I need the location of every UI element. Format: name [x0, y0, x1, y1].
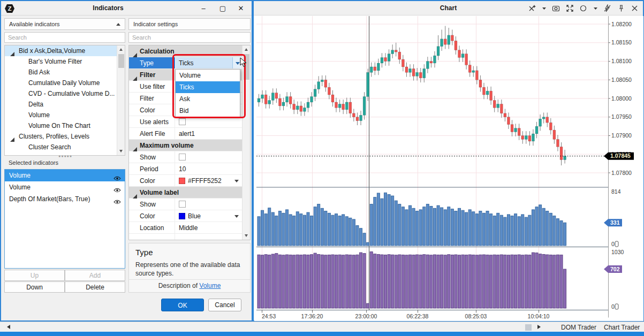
tree-item-3[interactable]: Cumulative Daily Volume [5, 78, 125, 88]
settings-row-empty[interactable] [129, 234, 242, 240]
tree-item-0[interactable]: Bid x Ask,Delta,Volume [5, 45, 125, 56]
setting-value[interactable] [176, 151, 242, 163]
chart-plot-area[interactable]: 1.082001.081501.081001.080501.080001.079… [254, 16, 643, 321]
tree-item-7[interactable]: Volume On The Chart [5, 120, 125, 131]
dom-volume-bar [412, 255, 415, 308]
tree-item-1[interactable]: Bar's Volume Filter [5, 56, 125, 67]
candle-body [264, 95, 267, 104]
scroll-thumb[interactable] [118, 54, 124, 68]
settings-row-show[interactable]: Show [129, 198, 242, 210]
dom-volume-bar [490, 255, 493, 308]
volume-bar [257, 217, 260, 246]
down-button[interactable]: Down [4, 281, 65, 293]
cancel-button[interactable]: Cancel [208, 299, 241, 311]
settings-row-use-alerts[interactable]: Use alerts [129, 116, 242, 128]
setting-value[interactable]: alert1 [176, 128, 242, 139]
tree-scrollbar[interactable] [117, 45, 125, 155]
settings-group-calculation[interactable]: Calculation [129, 45, 242, 57]
setting-value[interactable]: Middle [176, 222, 242, 233]
dropdown-item-bid[interactable]: Bid [176, 105, 240, 117]
settings-row-color[interactable]: ColorBlue [129, 210, 242, 222]
settings-scrollbar[interactable] [242, 45, 250, 240]
setting-label: Use filter [129, 81, 175, 92]
checkbox[interactable] [179, 118, 186, 125]
indicator-settings-header[interactable]: Indicator settings [128, 18, 251, 30]
candle-body [504, 113, 506, 117]
ellipse-icon[interactable] [579, 4, 587, 12]
tree-item-2[interactable]: Bid Ask [5, 67, 125, 78]
selected-indicator-2[interactable]: Depth Of Market(Bars, True) [5, 193, 125, 205]
scroll-left-icon[interactable] [7, 325, 10, 329]
setting-value[interactable]: #FFFF5252 [176, 175, 242, 186]
selected-indicator-0[interactable]: Volume [5, 170, 125, 181]
dropdown-item-ask[interactable]: Ask [176, 93, 240, 105]
tab-dom-trader[interactable]: DOM Trader [561, 324, 596, 331]
setting-value[interactable] [176, 116, 242, 127]
crosshair-tool-icon[interactable] [528, 4, 536, 12]
settings-row-color[interactable]: Color#FFFF5252 [129, 175, 242, 187]
volume-description-link[interactable]: Volume [199, 282, 221, 289]
tree-item-6[interactable]: Volume [5, 110, 125, 120]
add-button[interactable]: Add [65, 270, 125, 281]
up-button[interactable]: Up [4, 270, 65, 281]
settings-row-type[interactable]: TypeTicks [129, 57, 242, 69]
setting-value[interactable] [176, 198, 242, 210]
dropdown-item-volume[interactable]: Volume [176, 70, 240, 81]
visibility-eye-icon[interactable] [113, 196, 121, 208]
ok-button[interactable]: OK [161, 299, 204, 311]
volume-zero-label: 0 [611, 241, 615, 247]
settings-row-show[interactable]: Show [129, 151, 242, 163]
scroll-up-icon[interactable] [243, 45, 251, 54]
panel-indicator-icon[interactable] [525, 324, 532, 331]
indicators-titlebar[interactable]: Z Indicators – ▢ ✕ [1, 1, 252, 16]
fullscreen-icon[interactable] [566, 4, 574, 12]
setting-value[interactable] [176, 234, 242, 240]
scroll-down-icon[interactable] [243, 232, 251, 240]
tree-item-9[interactable]: Cluster Search [5, 142, 125, 152]
candle-body [384, 58, 387, 62]
checkbox[interactable] [179, 201, 186, 208]
magic-wand-icon[interactable] [603, 4, 611, 12]
candle-body [401, 59, 404, 67]
expand-right-icon[interactable] [537, 325, 541, 329]
dom-volume-bar [426, 255, 429, 308]
collapse-icon[interactable] [116, 23, 120, 26]
caret-down-icon[interactable] [234, 180, 239, 182]
checkbox[interactable] [179, 154, 186, 161]
setting-value[interactable]: Blue [176, 210, 242, 222]
scroll-up-icon[interactable] [117, 45, 125, 54]
dom-volume-bar [398, 255, 401, 308]
settings-row-location[interactable]: LocationMiddle [129, 222, 242, 234]
tab-chart-trader[interactable]: Chart Trader [604, 324, 640, 331]
scroll-down-icon[interactable] [117, 147, 125, 155]
close-icon[interactable] [631, 4, 639, 12]
volume-bar [507, 215, 510, 246]
settings-row-period[interactable]: Period10 [129, 163, 242, 175]
available-indicators-header[interactable]: Available indicators [4, 18, 125, 30]
splitter-grip[interactable]: ●●●●● [58, 154, 72, 158]
volume-bar [486, 211, 489, 246]
caret-down-icon[interactable] [542, 4, 547, 12]
settings-row-alert-file[interactable]: Alert Filealert1 [129, 128, 242, 140]
selected-indicator-1[interactable]: Volume [5, 181, 125, 193]
settings-group-maximum-volume[interactable]: Maximum volume [129, 140, 242, 151]
delete-button[interactable]: Delete [65, 281, 125, 293]
tree-item-8[interactable]: Clusters, Profiles, Levels [5, 131, 125, 142]
settings-group-volume-label[interactable]: Volume label [129, 187, 242, 198]
setting-value[interactable]: 10 [176, 163, 242, 174]
settings-search-input[interactable] [128, 32, 251, 43]
chart-titlebar[interactable]: Chart [254, 1, 643, 16]
camera-icon[interactable] [552, 4, 560, 12]
available-search-input[interactable] [4, 32, 125, 43]
setting-value[interactable]: Ticks [176, 57, 242, 68]
caret-down-icon[interactable] [234, 215, 239, 218]
volume-bar [546, 211, 549, 246]
dropdown-item-ticks[interactable]: Ticks [176, 81, 240, 93]
minimize-button[interactable]: – [196, 3, 211, 14]
tree-item-4[interactable]: CVD - Cumulative Volume D... [5, 88, 125, 99]
maximize-button[interactable]: ▢ [215, 3, 230, 14]
close-button[interactable]: ✕ [233, 3, 248, 14]
caret-down-icon[interactable] [593, 4, 598, 12]
pin-icon[interactable] [617, 4, 625, 12]
tree-item-5[interactable]: Delta [5, 99, 125, 110]
